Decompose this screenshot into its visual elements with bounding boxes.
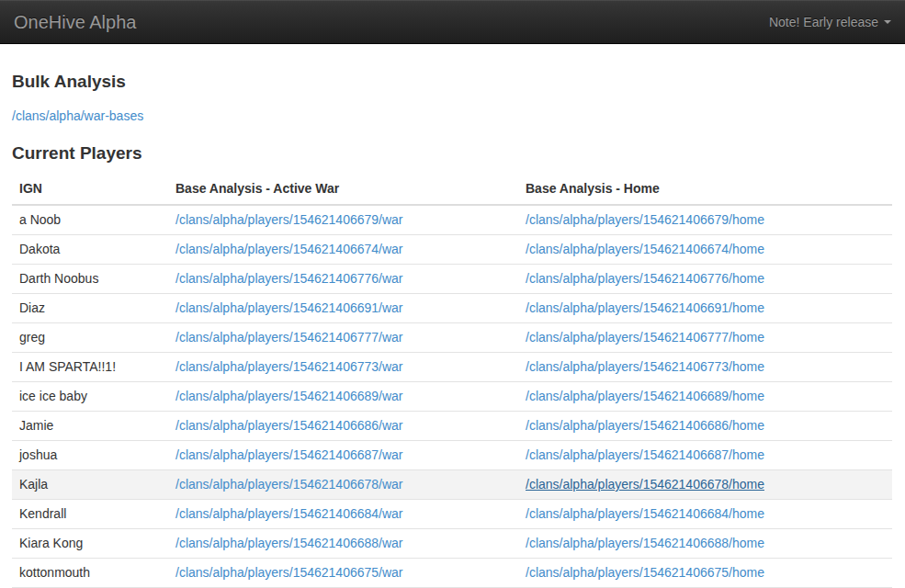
player-ign: I AM SPARTA!!1! [12,353,168,382]
player-ign: Kiara Kong [12,529,168,559]
player-home-cell: /clans/alpha/players/154621406691/home [518,294,892,323]
player-war-cell: /clans/alpha/players/154621406687/war [168,441,518,470]
brand-link[interactable]: OneHive Alpha [14,0,136,44]
player-war-link[interactable]: /clans/alpha/players/154621406686/war [175,418,403,433]
table-header-row: IGN Base Analysis - Active War Base Anal… [12,173,892,205]
player-war-link[interactable]: /clans/alpha/players/154621406674/war [175,242,403,256]
player-home-cell: /clans/alpha/players/154621406776/home [518,265,892,294]
column-header-active-war: Base Analysis - Active War [168,173,518,205]
player-home-cell: /clans/alpha/players/154621406674/home [518,235,892,265]
player-war-link[interactable]: /clans/alpha/players/154621406773/war [175,359,403,374]
player-ign: Kendrall [12,500,168,529]
player-ign: ice ice baby [12,382,168,412]
player-ign: Darth Noobus [12,265,168,294]
table-row: kottonmouth/clans/alpha/players/15462140… [12,559,892,588]
player-home-link[interactable]: /clans/alpha/players/154621406691/home [526,300,764,315]
player-home-cell: /clans/alpha/players/154621406679/home [518,205,892,235]
player-war-cell: /clans/alpha/players/154621406678/war [168,470,518,500]
player-ign: Dakota [12,235,168,265]
table-row: greg/clans/alpha/players/154621406777/wa… [12,323,892,353]
player-home-link[interactable]: /clans/alpha/players/154621406674/home [526,242,764,256]
player-home-cell: /clans/alpha/players/154621406684/home [518,500,892,529]
player-war-cell: /clans/alpha/players/154621406773/war [168,353,518,382]
player-ign: Diaz [12,294,168,323]
player-war-link[interactable]: /clans/alpha/players/154621406689/war [175,389,403,403]
player-war-cell: /clans/alpha/players/154621406674/war [168,235,518,265]
player-ign: Kajla [12,470,168,500]
war-bases-link[interactable]: /clans/alpha/war-bases [12,108,143,123]
player-war-cell: /clans/alpha/players/154621406686/war [168,412,518,441]
player-home-link[interactable]: /clans/alpha/players/154621406679/home [526,212,764,227]
player-home-link[interactable]: /clans/alpha/players/154621406687/home [526,447,764,462]
player-home-cell: /clans/alpha/players/154621406773/home [518,353,892,382]
player-home-link[interactable]: /clans/alpha/players/154621406777/home [526,330,764,345]
player-home-link[interactable]: /clans/alpha/players/154621406689/home [526,389,764,403]
player-home-cell: /clans/alpha/players/154621406688/home [518,529,892,559]
table-row: Kajla/clans/alpha/players/154621406678/w… [12,470,892,500]
main-content: Bulk Analysis /clans/alpha/war-bases Cur… [0,72,905,588]
player-war-link[interactable]: /clans/alpha/players/154621406776/war [175,271,403,286]
player-war-cell: /clans/alpha/players/154621406689/war [168,382,518,412]
player-home-link[interactable]: /clans/alpha/players/154621406684/home [526,506,764,521]
table-row: Kendrall/clans/alpha/players/15462140668… [12,500,892,529]
release-dropdown-label: Note! Early release [769,15,878,29]
column-header-home: Base Analysis - Home [518,173,892,205]
player-war-cell: /clans/alpha/players/154621406684/war [168,500,518,529]
player-ign: a Noob [12,205,168,235]
player-home-link[interactable]: /clans/alpha/players/154621406773/home [526,359,764,374]
player-home-cell: /clans/alpha/players/154621406687/home [518,441,892,470]
release-dropdown-toggle[interactable]: Note! Early release [769,15,891,29]
player-home-link[interactable]: /clans/alpha/players/154621406776/home [526,271,764,286]
player-home-link[interactable]: /clans/alpha/players/154621406688/home [526,536,764,550]
player-ign: Jamie [12,412,168,441]
player-war-link[interactable]: /clans/alpha/players/154621406684/war [175,506,403,521]
players-table: IGN Base Analysis - Active War Base Anal… [12,173,892,588]
table-row: a Noob/clans/alpha/players/154621406679/… [12,205,892,235]
player-war-link[interactable]: /clans/alpha/players/154621406678/war [175,477,403,492]
top-navbar: OneHive Alpha Note! Early release [0,0,905,44]
table-row: joshua/clans/alpha/players/154621406687/… [12,441,892,470]
player-war-cell: /clans/alpha/players/154621406776/war [168,265,518,294]
player-war-link[interactable]: /clans/alpha/players/154621406675/war [175,565,403,580]
player-ign: greg [12,323,168,353]
table-row: Darth Noobus/clans/alpha/players/1546214… [12,265,892,294]
section-title-current-players: Current Players [12,143,891,164]
player-home-link[interactable]: /clans/alpha/players/154621406686/home [526,418,764,433]
chevron-down-icon [884,20,891,24]
player-home-cell: /clans/alpha/players/154621406675/home [518,559,892,588]
player-home-cell: /clans/alpha/players/154621406686/home [518,412,892,441]
player-war-cell: /clans/alpha/players/154621406688/war [168,529,518,559]
player-home-link[interactable]: /clans/alpha/players/154621406675/home [526,565,764,580]
player-war-cell: /clans/alpha/players/154621406691/war [168,294,518,323]
player-ign: kottonmouth [12,559,168,588]
page-title: Bulk Analysis [12,72,891,92]
table-row: Diaz/clans/alpha/players/154621406691/wa… [12,294,892,323]
player-ign: joshua [12,441,168,470]
player-war-link[interactable]: /clans/alpha/players/154621406688/war [175,536,403,550]
player-home-cell: /clans/alpha/players/154621406689/home [518,382,892,412]
table-row: Jamie/clans/alpha/players/154621406686/w… [12,412,892,441]
player-war-cell: /clans/alpha/players/154621406679/war [168,205,518,235]
player-war-link[interactable]: /clans/alpha/players/154621406777/war [175,330,403,345]
player-home-cell: /clans/alpha/players/154621406777/home [518,323,892,353]
table-row: I AM SPARTA!!1!/clans/alpha/players/1546… [12,353,892,382]
player-home-link[interactable]: /clans/alpha/players/154621406678/home [526,477,764,492]
player-war-cell: /clans/alpha/players/154621406675/war [168,559,518,588]
player-war-link[interactable]: /clans/alpha/players/154621406679/war [175,212,403,227]
player-war-link[interactable]: /clans/alpha/players/154621406691/war [175,300,403,315]
column-header-ign: IGN [12,173,168,205]
table-row: ice ice baby/clans/alpha/players/1546214… [12,382,892,412]
player-war-cell: /clans/alpha/players/154621406777/war [168,323,518,353]
players-table-body: a Noob/clans/alpha/players/154621406679/… [12,205,892,588]
table-row: Dakota/clans/alpha/players/154621406674/… [12,235,892,265]
table-row: Kiara Kong/clans/alpha/players/154621406… [12,529,892,559]
player-home-cell: /clans/alpha/players/154621406678/home [518,470,892,500]
player-war-link[interactable]: /clans/alpha/players/154621406687/war [175,447,403,462]
